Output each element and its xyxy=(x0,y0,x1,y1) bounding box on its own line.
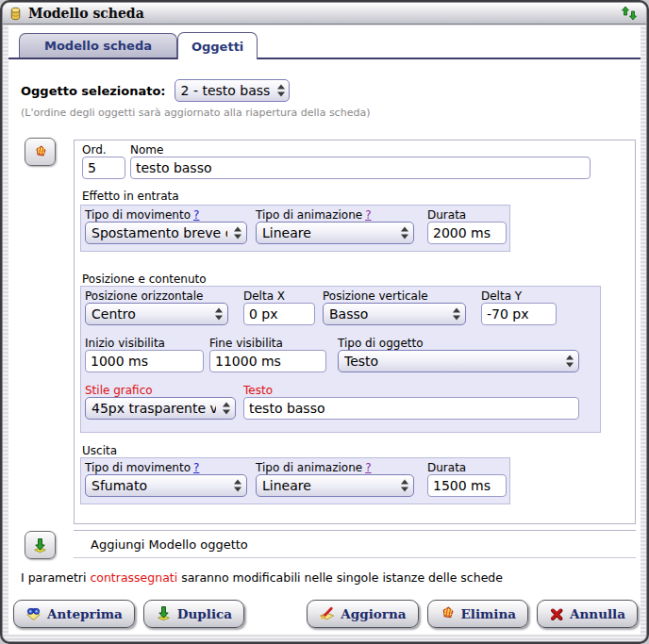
exit-movement-help-link[interactable]: ? xyxy=(193,461,199,474)
position-section-title: Posizione e contenuto xyxy=(82,272,207,286)
entry-duration-input[interactable] xyxy=(427,222,507,244)
title-bar[interactable]: Modello scheda xyxy=(3,3,646,25)
entry-movement-value: Spostamento breve da xyxy=(92,225,227,240)
object-selector-select[interactable]: 2 - testo basso xyxy=(175,79,290,102)
object-brick-icon xyxy=(33,144,48,159)
delta-y-input[interactable] xyxy=(481,303,557,325)
footnote-suffix: saranno modificabili nelle singole istan… xyxy=(177,570,503,585)
spinner-icon xyxy=(234,480,241,492)
object-selector-value: 2 - testo basso xyxy=(181,83,270,98)
object-type-select[interactable]: Testo xyxy=(338,350,579,372)
horizontal-value: Centro xyxy=(92,306,136,322)
spinner-icon xyxy=(453,308,460,321)
entry-animation-label-text: Tipo di animazione xyxy=(256,208,362,222)
graphic-style-select[interactable]: 45px trasparente verd xyxy=(85,397,236,420)
delta-x-label: Delta X xyxy=(243,289,285,303)
add-object-row-label: Aggiungi Modello oggetto xyxy=(91,537,248,552)
exit-movement-select[interactable]: Sfumato xyxy=(85,474,247,497)
start-visibility-label: Inizio visibilita xyxy=(85,337,165,350)
nome-label: Nome xyxy=(130,143,163,157)
vertical-value: Basso xyxy=(329,306,368,322)
nome-input[interactable] xyxy=(130,157,591,179)
spinner-icon xyxy=(566,355,574,368)
entry-movement-select[interactable]: Spostamento breve da xyxy=(85,222,247,244)
start-visibility-input[interactable] xyxy=(85,350,204,372)
spinner-icon xyxy=(401,480,408,492)
parameters-footnote: I parametri contrassegnati saranno modif… xyxy=(21,570,503,585)
delete-button-label: Elimina xyxy=(461,606,517,621)
tab-oggetti[interactable]: Oggetti xyxy=(177,32,258,59)
delete-button[interactable]: Elimina xyxy=(427,600,529,628)
footnote-prefix: I parametri xyxy=(21,570,90,585)
duplicate-button-label: Duplica xyxy=(177,606,232,621)
cancel-button-label: Annulla xyxy=(570,606,625,621)
dialog-window: Modello scheda Modello scheda Oggetti Og… xyxy=(0,0,649,644)
exit-section-box: Tipo di movimento? Sfumato Tipo di anima… xyxy=(80,457,510,504)
window-title: Modello scheda xyxy=(28,6,618,21)
spinner-icon xyxy=(223,403,230,415)
exit-movement-label: Tipo di movimento? xyxy=(85,461,199,474)
preview-button-label: Anteprima xyxy=(47,606,123,621)
entry-movement-label-text: Tipo di movimento xyxy=(85,208,191,222)
vertical-label: Posizione verticale xyxy=(323,289,428,303)
delta-x-input[interactable] xyxy=(243,303,315,325)
ord-label: Ord. xyxy=(82,143,107,157)
red-x-icon xyxy=(549,606,564,621)
object-selector-row: Oggetto selezionato: 2 - testo basso xyxy=(21,79,290,102)
text-input[interactable] xyxy=(243,397,579,420)
spinner-icon xyxy=(234,227,241,239)
exit-movement-label-text: Tipo di movimento xyxy=(85,461,191,474)
footer-button-bar: Anteprima Duplica Aggiorna xyxy=(13,599,638,628)
exit-animation-select[interactable]: Lineare xyxy=(256,474,414,497)
horizontal-select[interactable]: Centro xyxy=(85,303,228,325)
entry-movement-label: Tipo di movimento? xyxy=(85,208,199,222)
update-button[interactable]: Aggiorna xyxy=(307,600,418,628)
exit-animation-label: Tipo di animazione? xyxy=(256,461,372,474)
exit-animation-value: Lineare xyxy=(262,478,311,493)
entry-animation-label: Tipo di animazione? xyxy=(256,208,372,222)
add-object-button[interactable] xyxy=(25,531,56,559)
preview-button[interactable]: Anteprima xyxy=(13,600,135,628)
entry-duration-label: Durata xyxy=(427,208,466,222)
exit-duration-label: Durata xyxy=(427,461,466,474)
end-visibility-input[interactable] xyxy=(209,350,326,372)
entry-animation-help-link[interactable]: ? xyxy=(365,208,371,222)
card-template-icon xyxy=(8,7,23,21)
ord-input[interactable] xyxy=(82,157,125,179)
binoculars-icon xyxy=(25,605,42,621)
vertical-select[interactable]: Basso xyxy=(323,303,466,325)
tab-modello-scheda[interactable]: Modello scheda xyxy=(19,33,177,58)
entry-animation-select[interactable]: Lineare xyxy=(256,222,414,244)
tab-bar: Modello scheda Oggetti xyxy=(19,25,258,59)
delta-y-label: Delta Y xyxy=(481,289,522,303)
spinner-icon xyxy=(215,308,223,321)
object-tool-button[interactable] xyxy=(25,138,56,166)
entry-movement-help-link[interactable]: ? xyxy=(193,208,199,222)
exit-animation-help-link[interactable]: ? xyxy=(365,461,371,474)
object-type-value: Testo xyxy=(344,354,378,369)
green-down-arrow-icon xyxy=(32,537,48,553)
duplicate-button[interactable]: Duplica xyxy=(143,600,244,628)
pencil-note-icon xyxy=(319,605,335,621)
object-type-label: Tipo di oggetto xyxy=(338,337,424,350)
text-label: Testo xyxy=(243,384,273,397)
horizontal-label: Posizione orizzontale xyxy=(85,289,203,303)
dialog-content: Modello scheda Oggetti Oggetto seleziona… xyxy=(8,25,641,635)
footnote-highlight: contrassegnati xyxy=(90,570,177,585)
exit-animation-label-text: Tipo di animazione xyxy=(256,461,362,474)
entry-section-box: Tipo di movimento? Spostamento breve da … xyxy=(80,205,510,252)
graphic-style-value: 45px trasparente verd xyxy=(92,401,216,416)
object-fieldset: Ord. Nome Effetto in entrata Tipo di mov… xyxy=(74,140,636,524)
order-note: (L'ordine degli oggetti sarà aggiornato … xyxy=(21,107,370,119)
update-button-label: Aggiorna xyxy=(341,606,406,621)
cancel-button[interactable]: Annulla xyxy=(537,600,638,628)
position-section-box: Posizione orizzontale Centro Delta X Pos… xyxy=(80,286,601,433)
resize-refresh-button[interactable] xyxy=(618,6,641,22)
object-selector-label: Oggetto selezionato: xyxy=(21,84,166,98)
exit-duration-input[interactable] xyxy=(427,474,507,497)
graphic-style-label: Stile grafico xyxy=(85,384,153,397)
end-visibility-label: Fine visibilita xyxy=(209,337,283,350)
entry-section-title: Effetto in entrata xyxy=(82,190,179,203)
exit-movement-value: Sfumato xyxy=(92,478,147,493)
add-object-row[interactable]: Aggiungi Modello oggetto xyxy=(74,530,636,558)
